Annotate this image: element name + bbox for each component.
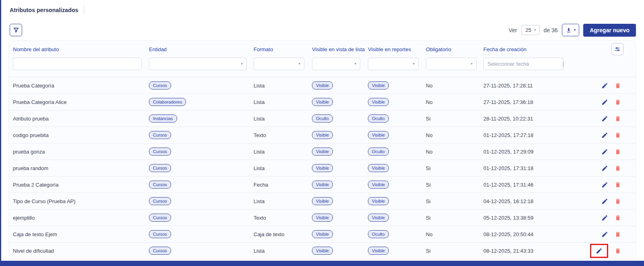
download-icon	[566, 27, 572, 33]
trash-icon	[615, 82, 621, 89]
trash-icon	[615, 231, 621, 238]
required-value: No	[426, 83, 483, 89]
delete-button[interactable]	[615, 198, 621, 205]
edit-button[interactable]	[601, 214, 608, 221]
page-size-select[interactable]: 25 ▾	[521, 25, 540, 35]
delete-button[interactable]	[615, 247, 621, 254]
chevron-down-icon: ▾	[574, 28, 576, 32]
edit-pencil-icon	[601, 115, 608, 122]
table-row: ejemplillo Cursos Texto Visible Visible …	[9, 209, 636, 226]
edit-button[interactable]	[601, 132, 608, 139]
table-row: Atributo prueba Instancias Lista Oculto …	[9, 110, 636, 127]
visible-reports-badge: Visible	[368, 247, 389, 255]
created-value: 01-12-2025, 17:27:18	[483, 132, 584, 138]
created-value: 27-11-2025, 17:36:18	[483, 99, 584, 105]
entity-badge: Cursos	[149, 230, 171, 239]
created-value: 08-12-2025, 20:50:44	[483, 231, 584, 237]
chevron-down-icon: ▾	[298, 62, 300, 66]
format-filter-select[interactable]: ▾	[254, 58, 304, 70]
created-value: 28-11-2025, 10:22:31	[483, 116, 584, 122]
total-count: de 36	[544, 27, 558, 33]
trash-icon	[615, 198, 621, 205]
trash-icon	[615, 181, 621, 188]
visible-list-badge: Visible	[312, 81, 333, 90]
delete-button[interactable]	[615, 82, 621, 89]
edit-pencil-icon	[601, 82, 608, 89]
visible-reports-badge: Visible	[368, 164, 389, 172]
delete-button[interactable]	[615, 132, 621, 139]
delete-button[interactable]	[615, 115, 621, 122]
edit-pencil-icon	[596, 247, 603, 254]
edit-button[interactable]	[601, 165, 608, 172]
visible-reports-badge: Oculto	[368, 148, 389, 156]
visible-reports-filter-select[interactable]: ▾	[368, 58, 419, 70]
visible-reports-badge: Visible	[368, 131, 389, 139]
edit-button[interactable]	[601, 231, 608, 238]
visible-list-badge: Visible	[312, 247, 333, 255]
created-value: 01-12-2025, 17:29:09	[483, 149, 584, 155]
chevron-down-icon: ▾	[354, 62, 356, 66]
attribute-name: Prueba Categoría Alice	[13, 99, 149, 105]
edit-pencil-icon	[601, 132, 608, 139]
row-actions	[584, 244, 632, 258]
attribute-name: prueba gonza	[13, 149, 149, 155]
visible-list-filter-select[interactable]: ▾	[312, 58, 360, 70]
edit-button[interactable]	[601, 82, 608, 89]
edit-pencil-icon	[601, 231, 608, 238]
entity-filter-select[interactable]: ▾	[149, 58, 247, 70]
edit-button[interactable]	[601, 115, 608, 122]
required-value: Si	[426, 182, 483, 188]
edit-pencil-icon	[601, 214, 608, 221]
required-value: No	[426, 149, 483, 155]
visible-list-badge: Visible	[312, 230, 333, 239]
edit-button[interactable]	[601, 181, 608, 188]
delete-button[interactable]	[615, 165, 621, 172]
format-value: Caja de texto	[254, 231, 312, 237]
download-button[interactable]: ▾	[562, 24, 580, 36]
entity-badge: Cursos	[149, 81, 171, 90]
table-row: Prueba Categoría Cursos Lista Visible Vi…	[9, 77, 636, 94]
chevron-down-icon: ▾	[413, 62, 415, 66]
view-label: Ver	[509, 27, 517, 33]
delete-button[interactable]	[615, 148, 621, 155]
attribute-name: Prueba Categoría	[13, 83, 149, 89]
edit-button[interactable]	[596, 247, 603, 254]
delete-button[interactable]	[615, 99, 621, 106]
row-actions	[584, 148, 632, 155]
entity-badge: Cursos	[149, 131, 171, 139]
visible-reports-badge: Visible	[368, 181, 389, 189]
visible-reports-badge: Visible	[368, 81, 389, 90]
row-actions	[584, 165, 632, 172]
row-actions	[584, 231, 632, 238]
column-header-created: Fecha de creación	[483, 46, 584, 52]
edit-pencil-icon	[601, 181, 608, 188]
page-size-value: 25	[526, 27, 531, 33]
visible-list-badge: Visible	[312, 98, 333, 106]
custom-attributes-page: Atributos personalizados Ver 25 ▾ de 36 …	[0, 0, 644, 266]
date-filter-input[interactable]	[484, 58, 562, 70]
edit-button[interactable]	[601, 148, 608, 155]
format-value: Texto	[254, 215, 312, 221]
calendar-button[interactable]	[562, 58, 564, 70]
edit-pencil-icon	[601, 198, 608, 205]
delete-button[interactable]	[615, 231, 621, 238]
required-filter-select[interactable]: ▾	[426, 58, 477, 70]
add-new-button[interactable]: Agregar nuevo	[583, 24, 636, 37]
edit-button[interactable]	[601, 99, 608, 106]
delete-button[interactable]	[615, 214, 621, 221]
filter-button[interactable]	[10, 24, 22, 36]
chevron-down-icon: ▾	[534, 28, 536, 32]
name-filter-input[interactable]	[13, 58, 142, 70]
entity-badge: Cursos	[149, 214, 171, 222]
visible-reports-badge: Oculto	[368, 230, 389, 239]
highlight-annotation	[590, 244, 608, 258]
visible-list-badge: Visible	[312, 214, 333, 222]
delete-button[interactable]	[615, 181, 621, 188]
edit-pencil-icon	[601, 148, 608, 155]
column-settings-button[interactable]	[611, 43, 623, 55]
edit-button[interactable]	[601, 198, 608, 205]
row-actions	[584, 115, 632, 122]
table-row: Prueba 2 Categoría Cursos Fecha Visible …	[9, 176, 636, 193]
chevron-down-icon: ▾	[471, 62, 473, 66]
row-actions	[584, 99, 632, 106]
